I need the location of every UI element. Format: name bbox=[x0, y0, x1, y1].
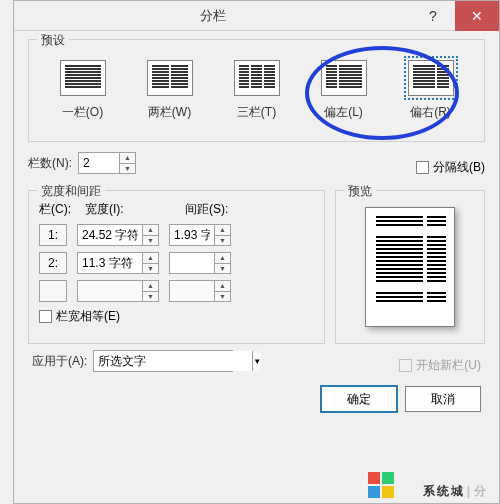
spinner-down-icon[interactable]: ▼ bbox=[215, 264, 230, 274]
preset-three-columns-icon bbox=[234, 60, 280, 96]
spinner-down-icon: ▼ bbox=[215, 292, 230, 302]
presets-fieldset: 预设 一栏(O) 两栏(W) bbox=[28, 39, 485, 142]
spinner-up-icon[interactable]: ▲ bbox=[143, 225, 158, 236]
width-spacing-row: 1: ▲▼ ▲▼ bbox=[39, 224, 314, 246]
col-number-button bbox=[39, 280, 67, 302]
watermark-text: 系统城|分 bbox=[423, 477, 488, 500]
spinner-down-icon: ▼ bbox=[143, 292, 158, 302]
presets-legend: 预设 bbox=[37, 32, 69, 49]
spinner-up-icon[interactable]: ▲ bbox=[215, 225, 230, 236]
preset-two-columns-icon bbox=[147, 60, 193, 96]
dialog-title: 分栏 bbox=[14, 7, 411, 25]
start-new-column-checkbox: 开始新栏(U) bbox=[399, 357, 481, 374]
equal-width-checkbox[interactable]: 栏宽相等(E) bbox=[39, 308, 314, 325]
spinner-down-icon[interactable]: ▼ bbox=[215, 236, 230, 246]
spinner-up-icon[interactable]: ▲ bbox=[143, 253, 158, 264]
preset-right-icon bbox=[408, 60, 454, 96]
preset-three-columns[interactable]: 三栏(T) bbox=[222, 60, 292, 121]
columns-count-input[interactable] bbox=[79, 153, 119, 173]
width-input[interactable] bbox=[78, 253, 142, 273]
columns-count-label: 栏数(N): bbox=[28, 155, 72, 172]
cancel-button[interactable]: 取消 bbox=[405, 386, 481, 412]
checkbox-icon bbox=[399, 359, 412, 372]
spacing-input[interactable] bbox=[170, 253, 214, 273]
spacing-spinner[interactable]: ▲▼ bbox=[169, 252, 231, 274]
apply-to-label: 应用于(A): bbox=[32, 353, 87, 370]
help-button[interactable]: ? bbox=[411, 1, 455, 31]
preset-label: 三栏(T) bbox=[237, 104, 276, 121]
spinner-up-icon: ▲ bbox=[215, 281, 230, 292]
spacing-input[interactable] bbox=[170, 225, 214, 245]
width-spinner[interactable]: ▲▼ bbox=[77, 224, 159, 246]
preset-left-icon bbox=[321, 60, 367, 96]
width-spacing-row: ▲▼ ▲▼ bbox=[39, 280, 314, 302]
width-header: 宽度(I): bbox=[85, 201, 175, 218]
col-header: 栏(C): bbox=[39, 201, 75, 218]
checkbox-icon bbox=[416, 161, 429, 174]
width-spinner: ▲▼ bbox=[77, 280, 159, 302]
titlebar: 分栏 ? ✕ bbox=[14, 1, 499, 31]
col-number-button[interactable]: 2: bbox=[39, 252, 67, 274]
preset-one-column-icon bbox=[60, 60, 106, 96]
width-input[interactable] bbox=[78, 225, 142, 245]
width-spacing-legend: 宽度和间距 bbox=[37, 183, 105, 200]
spacing-spinner: ▲▼ bbox=[169, 280, 231, 302]
close-button[interactable]: ✕ bbox=[455, 1, 499, 31]
spinner-down-icon[interactable]: ▼ bbox=[143, 236, 158, 246]
chevron-down-icon[interactable]: ▼ bbox=[252, 351, 261, 371]
spacing-spinner[interactable]: ▲▼ bbox=[169, 224, 231, 246]
spinner-up-icon[interactable]: ▲ bbox=[215, 253, 230, 264]
divider-label: 分隔线(B) bbox=[433, 159, 485, 176]
col-number-button[interactable]: 1: bbox=[39, 224, 67, 246]
apply-to-dropdown[interactable]: ▼ bbox=[93, 350, 233, 372]
preview-legend: 预览 bbox=[344, 183, 376, 200]
watermark-logo-icon bbox=[368, 472, 394, 498]
width-input bbox=[78, 281, 142, 301]
width-spinner[interactable]: ▲▼ bbox=[77, 252, 159, 274]
apply-to-input[interactable] bbox=[94, 351, 252, 371]
preset-label: 偏左(L) bbox=[324, 104, 363, 121]
preview-page-icon bbox=[365, 207, 455, 327]
width-spacing-row: 2: ▲▼ ▲▼ bbox=[39, 252, 314, 274]
width-spacing-fieldset: 宽度和间距 栏(C): 宽度(I): 间距(S): 1: ▲▼ ▲▼ bbox=[28, 190, 325, 344]
preset-label: 两栏(W) bbox=[148, 104, 191, 121]
spinner-down-icon[interactable]: ▼ bbox=[120, 164, 135, 174]
preset-two-columns[interactable]: 两栏(W) bbox=[135, 60, 205, 121]
start-new-column-label: 开始新栏(U) bbox=[416, 357, 481, 374]
spinner-up-icon: ▲ bbox=[143, 281, 158, 292]
checkbox-icon bbox=[39, 310, 52, 323]
spinner-up-icon[interactable]: ▲ bbox=[120, 153, 135, 164]
preset-one-column[interactable]: 一栏(O) bbox=[48, 60, 118, 121]
spacing-header: 间距(S): bbox=[185, 201, 265, 218]
preset-label: 一栏(O) bbox=[62, 104, 103, 121]
preset-label: 偏右(R) bbox=[410, 104, 451, 121]
preset-left[interactable]: 偏左(L) bbox=[309, 60, 379, 121]
spinner-down-icon[interactable]: ▼ bbox=[143, 264, 158, 274]
divider-checkbox[interactable]: 分隔线(B) bbox=[416, 159, 485, 176]
spacing-input bbox=[170, 281, 214, 301]
ok-button[interactable]: 确定 bbox=[321, 386, 397, 412]
columns-count-spinner[interactable]: ▲ ▼ bbox=[78, 152, 136, 174]
preview-fieldset: 预览 bbox=[335, 190, 485, 344]
preset-right[interactable]: 偏右(R) bbox=[396, 60, 466, 121]
equal-width-label: 栏宽相等(E) bbox=[56, 308, 120, 325]
columns-dialog: 分栏 ? ✕ 预设 一栏(O) 两栏(W) bbox=[13, 0, 500, 504]
